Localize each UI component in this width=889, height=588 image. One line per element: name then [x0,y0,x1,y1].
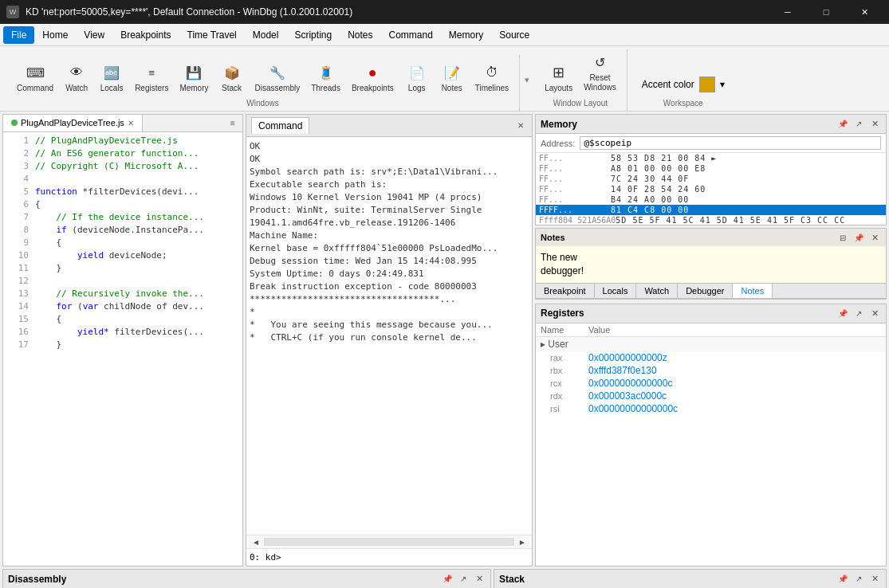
minimize-button[interactable]: ─ [769,0,806,24]
stack-controls: 📌 ↗ ✕ [836,573,881,586]
ribbon-reset-button[interactable]: ↺ ResetWindows [580,49,620,96]
notes-dock-btn[interactable]: ⊟ [836,231,849,244]
accent-label: Accent color [642,79,694,90]
code-line: 11 } [3,261,242,274]
reg-value-rax[interactable]: 0x000000000000z [588,352,667,363]
memory-row: FF...7C 24 30 44 0F [536,174,886,184]
reset-icon: ↺ [590,53,609,72]
memory-expand-btn[interactable]: ↗ [852,118,865,131]
ribbon-disassembly-button[interactable]: 🔧 Disassembly [251,60,305,96]
stack-close-btn[interactable]: ✕ [868,573,881,586]
ribbon-threads-button[interactable]: 🧵 Threads [307,60,344,96]
registers-pin-btn[interactable]: 📌 [836,307,849,319]
ribbon-breakpoints-button[interactable]: ● Breakpoints [348,60,398,96]
registers-close-btn[interactable]: ✕ [868,307,881,319]
menu-model[interactable]: Model [245,26,287,44]
command-input[interactable] [285,552,529,563]
ribbon-workspace-label: Workspace [663,99,703,108]
registers-icon: ≡ [142,63,161,82]
disassembly-pin-btn[interactable]: 📌 [441,573,454,586]
file-tab-close-btn[interactable]: ✕ [128,119,134,127]
memory-pin-btn[interactable]: 📌 [836,118,849,131]
title-bar-controls[interactable]: ─ □ ✕ [769,0,883,24]
accent-dropdown-icon[interactable]: ▾ [720,79,725,90]
reg-value-rsi[interactable]: 0x00000000000000c [588,403,678,414]
registers-expand-btn[interactable]: ↗ [852,307,865,319]
reg-name-rsi: rsi [541,404,588,414]
stack-expand-btn[interactable]: ↗ [852,573,865,586]
threads-icon: 🧵 [317,63,336,82]
disassembly-expand-btn[interactable]: ↗ [457,573,470,586]
command-line: Machine Name: [250,229,529,242]
tab-notes[interactable]: Notes [733,284,773,298]
code-line: 6{ [3,198,242,210]
watch-icon: 👁 [67,63,86,82]
command-prompt-text: 0: kd> [250,552,281,563]
ribbon-locals-button[interactable]: 🔤 Locals [96,60,128,96]
reg-value-rdx[interactable]: 0x000003ac0000c [588,390,667,402]
disassembly-close-btn[interactable]: ✕ [473,573,486,586]
tab-locals[interactable]: Locals [595,284,637,298]
command-close-btn[interactable]: ✕ [514,120,527,132]
reg-value-rcx[interactable]: 0x0000000000000c [588,378,672,389]
menu-breakpoints[interactable]: Breakpoints [112,26,179,44]
stack-pin-btn[interactable]: 📌 [836,573,849,586]
ribbon-group-windows: ⌨ Command 👁 Watch 🔤 Locals ≡ Registers 💾… [6,55,520,111]
code-line: 1// PlugAndPlayDeviceTree.js [3,134,242,147]
command-output[interactable]: OK OK Symbol search path is: srv*;E:\Dat… [246,137,532,535]
file-tab-main[interactable]: PlugAndPlayDeviceTree.js ✕ [3,115,143,131]
menu-time-travel[interactable]: Time Travel [179,26,245,44]
memory-address-input[interactable] [580,136,881,150]
ribbon-registers-button[interactable]: ≡ Registers [131,60,172,96]
menu-bar: File Home View Breakpoints Time Travel M… [0,24,889,46]
accent-swatch[interactable] [699,76,715,92]
reg-name-rax: rax [541,353,588,363]
ribbon-buttons-windows: ⌨ Command 👁 Watch 🔤 Locals ≡ Registers 💾… [13,60,513,96]
notes-icon: 📝 [443,63,462,82]
code-panel-menu-btn[interactable]: ≡ [226,117,239,130]
command-line: ************************************... [250,293,529,306]
logs-icon: 📄 [407,63,427,82]
code-line: 2// An ES6 generator function... [3,147,242,159]
title-bar-text: KD 'net:port=50005,key=****', Default Co… [26,6,352,18]
command-line: * You are seeing this message because yo… [250,319,529,331]
maximize-button[interactable]: □ [808,0,844,24]
ribbon-stack-button[interactable]: 📦 Stack [216,60,248,96]
ribbon-notes-button[interactable]: 📝 Notes [436,60,468,96]
ribbon-logs-button[interactable]: 📄 Logs [401,60,433,96]
ribbon-command-button[interactable]: ⌨ Command [13,60,57,96]
command-icon: ⌨ [26,63,45,82]
menu-home[interactable]: Home [34,26,76,44]
ribbon-layouts-button[interactable]: ⊞ Layouts [541,60,576,96]
notes-content: The newdebugger! [536,246,886,283]
disassembly-icon: 🔧 [268,63,287,82]
menu-file[interactable]: File [3,26,34,44]
menu-view[interactable]: View [76,26,112,44]
scroll-right-btn[interactable]: ► [516,535,529,548]
reg-value-rbx[interactable]: 0xfffd387f0e130 [588,365,657,376]
command-tab-label[interactable]: Command [251,117,309,134]
memory-panel-title: Memory [541,119,577,130]
menu-scripting[interactable]: Scripting [286,26,340,44]
menu-memory[interactable]: Memory [441,26,491,44]
stack-title: Stack [499,574,525,585]
memory-close-btn[interactable]: ✕ [868,118,881,131]
tab-watch[interactable]: Watch [636,284,678,298]
notes-pin-btn[interactable]: 📌 [852,231,865,244]
scroll-left-btn[interactable]: ◄ [250,535,262,548]
code-area[interactable]: 1// PlugAndPlayDeviceTree.js 2// An ES6 … [3,132,242,566]
close-button[interactable]: ✕ [846,0,883,24]
registers-header: Name Value [536,323,886,337]
reg-col-name: Name [541,325,588,335]
menu-command[interactable]: Command [381,26,441,44]
code-line: 16 yield* filterDevices(... [3,325,242,338]
notes-close-btn[interactable]: ✕ [868,231,881,244]
menu-notes[interactable]: Notes [340,26,380,44]
ribbon-watch-button[interactable]: 👁 Watch [61,60,92,96]
tab-breakpoint[interactable]: Breakpoint [536,284,595,298]
ribbon-memory-button[interactable]: 💾 Memory [175,60,212,96]
ribbon-timelines-button[interactable]: ⏱ Timelines [471,60,513,96]
locals-icon: 🔤 [102,63,121,82]
tab-debugger[interactable]: Debugger [678,284,733,298]
menu-source[interactable]: Source [491,26,537,44]
